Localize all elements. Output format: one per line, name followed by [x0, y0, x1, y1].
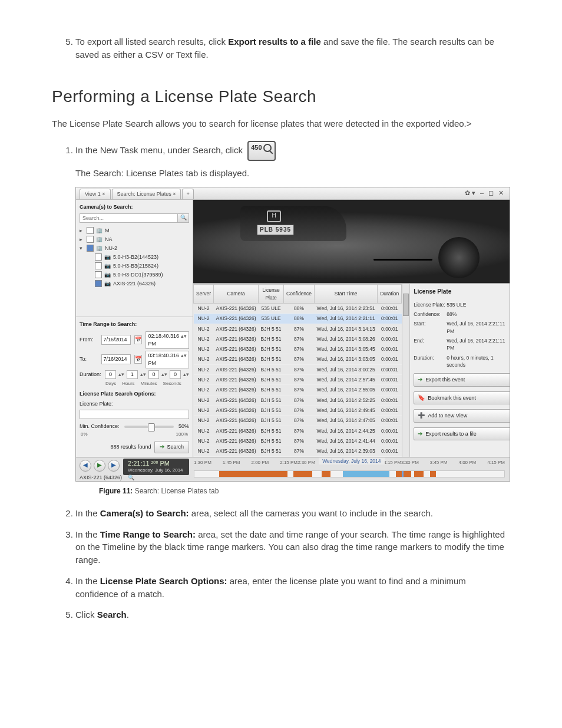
table-row[interactable]: NU-2AXIS-221 (64326)BJH 5 5187%Wed, Jul …	[194, 426, 402, 436]
text: In the New Task menu, under Search, clic…	[75, 145, 245, 155]
vehicle-badge: H	[267, 210, 281, 222]
table-row[interactable]: NU-2AXIS-221 (64326)BJH 5 5187%Wed, Jul …	[194, 385, 402, 395]
icon-label: 450	[251, 143, 262, 153]
timeline-camera-label: AXIS-221 (64326)	[80, 474, 122, 482]
table-row[interactable]: NU-2AXIS-221 (64326)BJH 5 5187%Wed, Jul …	[194, 416, 402, 426]
figure-caption: Figure 11: Search: License Plates tab	[99, 486, 510, 496]
from-label: From:	[80, 336, 98, 344]
table-row[interactable]: NU-2AXIS-221 (64326)BJH 5 5187%Wed, Jul …	[194, 436, 402, 446]
table-row[interactable]: NU-2AXIS-221 (64326)BJH 5 5187%Wed, Jul …	[194, 406, 402, 416]
play-button[interactable]: ▶	[94, 460, 105, 472]
step-5: Click Search.	[75, 608, 510, 621]
from-date[interactable]: 7/16/2014	[101, 335, 131, 345]
license-plate-search-icon: 450	[247, 141, 276, 161]
step-5-export: To export all listed search results, cli…	[75, 35, 510, 61]
export-event-button[interactable]: ➔Export this event	[414, 373, 510, 387]
dur-minutes[interactable]: 0	[148, 370, 160, 379]
tab-add[interactable]: +	[182, 189, 193, 199]
to-time[interactable]: 03:18:40.316 PM▴▾	[146, 351, 189, 368]
bold: Export results to a file	[228, 37, 321, 47]
table-row[interactable]: NU-2AXIS-221 (64326)535 ULE88%Wed, Jul 1…	[194, 303, 402, 313]
section-heading: Performing a License Plate Search	[52, 85, 510, 109]
step-2: In the Camera(s) to Search: area, select…	[75, 507, 510, 520]
detail-title: License Plate	[414, 288, 510, 297]
results-count: 688 results found	[110, 443, 151, 451]
timeline[interactable]: ◀ ▶ ▶ 2:21:11 ²⁰⁸ PM Wednesday, July 16,…	[76, 457, 510, 482]
maximize-icon[interactable]: ◻	[488, 189, 494, 198]
step-4: In the License Plate Search Options: are…	[75, 575, 510, 601]
table-row[interactable]: NU-2AXIS-221 (64326)BJH 5 5187%Wed, Jul …	[194, 395, 402, 405]
detected-plate: PLB 5935	[257, 225, 294, 236]
minimize-icon[interactable]: –	[480, 189, 484, 198]
detail-panel: License Plate License Plate:535 ULE Conf…	[409, 284, 510, 456]
step-1: In the New Task menu, under Search, clic…	[75, 141, 510, 496]
gear-icon[interactable]: ✿ ▾	[465, 189, 475, 198]
step-3: In the Time Range to Search: area, set t…	[75, 528, 510, 566]
tab-view-1[interactable]: View 1 ×	[80, 189, 111, 199]
search-button[interactable]: ➔Search	[154, 441, 189, 453]
timeline-day-label: Wednesday, July 16, 2014	[319, 457, 384, 465]
duration-label: Duration:	[80, 371, 103, 378]
results-scrollbar[interactable]	[402, 284, 409, 456]
cameras-title: Camera(s) to Search:	[76, 200, 193, 213]
confidence-slider[interactable]	[124, 426, 174, 428]
dur-seconds[interactable]: 0	[170, 370, 181, 379]
tab-search-license-plates[interactable]: Search: License Plates ×	[112, 189, 181, 199]
left-panel: Camera(s) to Search: 🔍 ▸🏢M ▸🏢NA ▾🏢NU-2 📷…	[76, 200, 193, 457]
text: To export all listed search results, cli…	[75, 37, 228, 47]
table-row[interactable]: NU-2AXIS-221 (64326)BJH 5 5187%Wed, Jul …	[194, 364, 402, 374]
timeline-time-display: 2:21:11 ²⁰⁸ PM Wednesday, July 16, 2014	[123, 459, 189, 475]
table-row[interactable]: NU-2AXIS-221 (64326)BJH 5 5187%Wed, Jul …	[194, 375, 402, 385]
video-preview[interactable]: H PLB 5935	[193, 200, 510, 284]
dur-hours[interactable]: 1	[127, 370, 138, 379]
magnifier-icon	[263, 144, 273, 153]
lp-options-title: License Plate Search Options:	[80, 390, 189, 398]
results-table[interactable]: Server Camera License Plate Confidence S…	[193, 284, 402, 456]
export-results-button[interactable]: ➔Export results to a file	[414, 427, 510, 441]
to-label: To:	[80, 355, 98, 363]
from-time[interactable]: 02:18:40.316 PM▴▾	[146, 331, 189, 349]
license-plate-input[interactable]	[80, 410, 189, 419]
table-row[interactable]: NU-2AXIS-221 (64326)BJH 5 5187%Wed, Jul …	[194, 446, 402, 456]
next-button[interactable]: ▶	[108, 460, 120, 472]
close-icon[interactable]: ✕	[498, 189, 504, 198]
table-row[interactable]: NU-2AXIS-221 (64326)BJH 5 5187%Wed, Jul …	[194, 334, 402, 344]
table-row[interactable]: NU-2AXIS-221 (64326)BJH 5 5187%Wed, Jul …	[194, 354, 402, 364]
window-titlebar: View 1 × Search: License Plates × + ✿ ▾ …	[76, 187, 510, 200]
text: The Search: License Plates tab is displa…	[75, 167, 510, 180]
prev-button[interactable]: ◀	[80, 460, 91, 472]
table-row[interactable]: NU-2AXIS-221 (64326)535 ULE88%Wed, Jul 1…	[194, 314, 402, 324]
add-to-view-button[interactable]: ➕Add to new View	[414, 409, 510, 423]
app-screenshot: View 1 × Search: License Plates × + ✿ ▾ …	[75, 187, 510, 482]
calendar-icon[interactable]: 📅	[134, 335, 143, 344]
camera-tree[interactable]: ▸🏢M ▸🏢NA ▾🏢NU-2 📷5.0-H3-B2(144523) 📷5.0-…	[76, 226, 193, 292]
search-icon[interactable]: 🔍	[177, 213, 189, 223]
table-row[interactable]: NU-2AXIS-221 (64326)BJH 5 5187%Wed, Jul …	[194, 324, 402, 334]
lp-label: License Plate:	[80, 400, 189, 408]
min-confidence-label: Min. Confidence:	[80, 423, 120, 430]
bookmark-event-button[interactable]: 🔖Bookmark this event	[414, 391, 510, 405]
section-intro: The License Plate Search allows you to s…	[52, 117, 510, 130]
calendar-icon[interactable]: 📅	[134, 355, 143, 364]
dur-days[interactable]: 0	[105, 370, 116, 379]
table-row[interactable]: NU-2AXIS-221 (64326)BJH 5 5187%Wed, Jul …	[194, 344, 402, 354]
time-range-title: Time Range to Search:	[80, 321, 189, 328]
camera-search-input[interactable]	[80, 213, 177, 223]
to-date[interactable]: 7/16/2014	[101, 354, 131, 364]
